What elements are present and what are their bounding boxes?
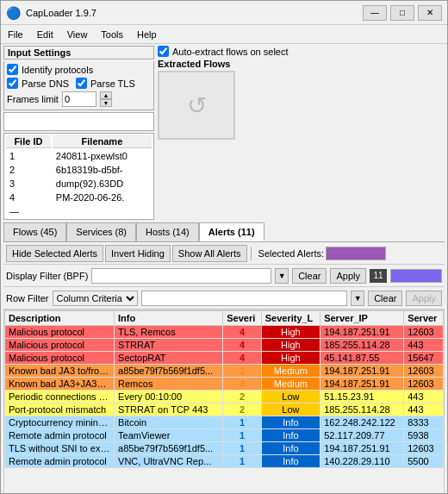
display-filter-dropdown[interactable]: ▼ <box>275 268 289 284</box>
frames-up-button[interactable]: ▲ <box>100 91 112 99</box>
cell-severity-label: Low <box>261 403 320 416</box>
cell-server-port: 443 <box>404 403 444 416</box>
file-row[interactable]: 2 6b18319b-d5bf- <box>6 164 152 176</box>
cell-server-ip: 140.228.29.110 <box>320 455 404 468</box>
parse-dns-label: Parse DNS <box>22 78 69 89</box>
refresh-icon: ↺ <box>187 91 207 120</box>
col-info[interactable]: Info <box>115 311 223 326</box>
file-row[interactable]: 1 240811-pxewlst0 <box>6 150 152 162</box>
cell-description: Cryptocurrency mining protocol <box>5 416 115 429</box>
col-description[interactable]: Description <box>5 311 115 326</box>
parse-tls-checkbox[interactable] <box>76 78 87 89</box>
identify-protocols-checkbox[interactable] <box>7 64 18 75</box>
file-id: 1 <box>6 150 51 162</box>
file-id: 3 <box>6 178 51 190</box>
cell-severity-num: 1 <box>223 416 262 429</box>
cell-server-port: 443 <box>404 339 444 352</box>
cell-server-port: 12603 <box>404 326 444 339</box>
frames-limit-input[interactable] <box>62 91 96 107</box>
hide-selected-button[interactable]: Hide Selected Alerts <box>6 245 103 262</box>
row-filter-input[interactable] <box>141 291 348 306</box>
table-row[interactable]: Cryptocurrency mining protocolBitcoin1In… <box>5 416 444 429</box>
row-filter-clear-button[interactable]: Clear <box>368 291 402 306</box>
cell-severity-label: High <box>261 352 320 365</box>
cell-info: SectopRAT <box>115 352 223 365</box>
selected-alerts-label: Selected Alerts: <box>258 248 324 259</box>
cell-server-port: 12603 <box>404 378 444 391</box>
text-input-box[interactable] <box>3 112 154 131</box>
table-row[interactable]: Periodic connections to external ...Ever… <box>5 391 444 403</box>
menu-edit[interactable]: Edit <box>30 25 60 43</box>
cell-server-ip: 194.187.251.91 <box>320 365 404 378</box>
cell-info: Bitcoin <box>115 416 223 429</box>
auto-extract-row: Auto-extract flows on select <box>158 46 445 57</box>
file-id: 4 <box>6 191 51 203</box>
middle-area: Input Settings Identify protocols Parse … <box>3 46 445 220</box>
extracted-flows-box: ↺ <box>158 71 235 140</box>
tab-alerts[interactable]: Alerts (11) <box>199 222 264 241</box>
cell-description: TLS without SNI to external IP <box>5 442 115 455</box>
col-server-port[interactable]: Server <box>404 311 444 326</box>
app-title: CapLoader 1.9.7 <box>26 8 96 18</box>
auto-extract-checkbox[interactable] <box>158 46 169 57</box>
selected-alerts-color-swatch[interactable] <box>326 247 386 260</box>
show-all-button[interactable]: Show All Alerts <box>172 245 247 262</box>
table-row[interactable]: Known bad JA3+JA3S combo to...Remcos3Med… <box>5 378 444 391</box>
cell-description: Remote admin protocol <box>5 455 115 468</box>
minimize-button[interactable]: — <box>363 5 387 21</box>
row-filter-dropdown[interactable]: ▼ <box>351 291 364 306</box>
parse-tls-label: Parse TLS <box>90 78 135 89</box>
display-filter-clear-button[interactable]: Clear <box>292 268 327 284</box>
cell-severity-num: 4 <box>223 326 262 339</box>
table-row[interactable]: Remote admin protocolVNC, UltraVNC Rep..… <box>5 455 444 468</box>
invert-hiding-button[interactable]: Invert Hiding <box>105 245 171 262</box>
menu-help[interactable]: Help <box>130 25 164 43</box>
file-id: 2 <box>6 164 51 176</box>
cell-severity-label: Info <box>261 416 320 429</box>
table-row[interactable]: Port-protocol mismatchSTRRAT on TCP 4432… <box>5 403 444 416</box>
cell-description: Malicious protocol <box>5 352 115 365</box>
cell-severity-label: Info <box>261 442 320 455</box>
table-row[interactable]: Malicious protocolSectopRAT4High45.141.8… <box>5 352 444 365</box>
display-filter-color-swatch[interactable] <box>390 269 442 283</box>
cell-info: STRRAT on TCP 443 <box>115 403 223 416</box>
frames-down-button[interactable]: ▼ <box>100 99 112 107</box>
file-row[interactable]: 4 PM-2020-06-26. <box>6 191 152 203</box>
frames-limit-label: Frames limit <box>7 94 59 104</box>
tab-services[interactable]: Services (8) <box>66 222 136 241</box>
table-row[interactable]: Known bad JA3 to/from external...a85be79… <box>5 365 444 378</box>
identify-protocols-row: Identify protocols <box>7 64 151 75</box>
cell-severity-num: 4 <box>223 339 262 352</box>
auto-extract-label: Auto-extract flows on select <box>172 47 289 57</box>
col-server-ip[interactable]: Server_IP <box>320 311 404 326</box>
file-row[interactable]: — <box>6 205 152 217</box>
display-filter-input[interactable] <box>91 268 271 284</box>
menu-bar: File Edit View Tools Help <box>1 25 447 44</box>
table-row[interactable]: TLS without SNI to external IPa85be79f7b… <box>5 442 444 455</box>
app-icon: 🔵 <box>6 6 21 20</box>
table-row[interactable]: Malicious protocolSTRRAT4High185.255.114… <box>5 339 444 352</box>
tab-flows[interactable]: Flows (45) <box>3 222 66 241</box>
col-severity-label[interactable]: Severity_L <box>261 311 320 326</box>
cell-server-ip: 194.187.251.91 <box>320 442 404 455</box>
file-row[interactable]: 3 dump(92).63DD <box>6 178 152 190</box>
col-severity-num[interactable]: Severi <box>223 311 262 326</box>
cell-description: Malicious protocol <box>5 326 115 339</box>
row-filter-select[interactable]: Column Criteria <box>53 291 138 306</box>
alerts-table-container[interactable]: Description Info Severi Severity_L Serve… <box>3 310 445 494</box>
cell-severity-num: 2 <box>223 391 262 403</box>
parse-tls-row: Parse TLS <box>76 78 135 89</box>
parse-dns-checkbox[interactable] <box>7 78 18 89</box>
table-row[interactable]: Remote admin protocolTeamViewer1Info52.1… <box>5 429 444 442</box>
table-row[interactable]: Malicious protocolTLS, Remcos4High194.18… <box>5 326 444 339</box>
tab-hosts[interactable]: Hosts (14) <box>136 222 199 241</box>
cell-info: TLS, Remcos <box>115 326 223 339</box>
maximize-button[interactable]: □ <box>390 5 414 21</box>
alerts-table: Description Info Severi Severity_L Serve… <box>4 310 444 468</box>
menu-view[interactable]: View <box>60 25 95 43</box>
menu-file[interactable]: File <box>1 25 30 43</box>
cell-severity-num: 3 <box>223 365 262 378</box>
menu-tools[interactable]: Tools <box>94 25 130 43</box>
close-button[interactable]: ✕ <box>418 5 442 21</box>
display-filter-apply-button[interactable]: Apply <box>330 268 366 284</box>
